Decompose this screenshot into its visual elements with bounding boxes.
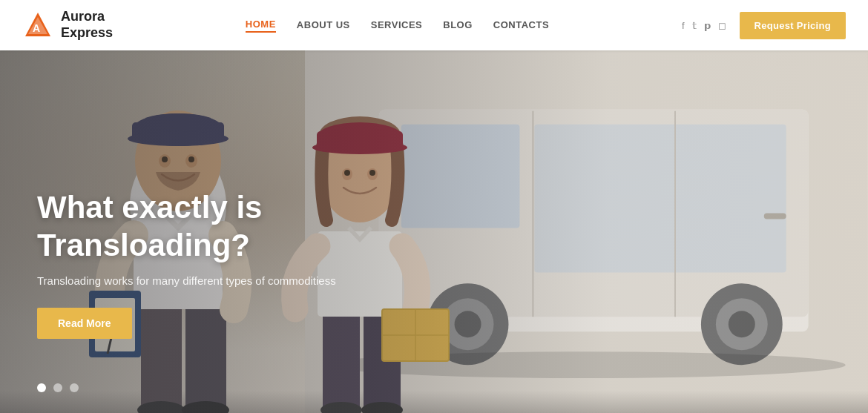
slider-dot-2[interactable] [53, 383, 62, 392]
svg-text:A: A [33, 22, 40, 34]
instagram-icon[interactable]: ◻ [718, 20, 726, 31]
hero-subtitle: Transloading works for many different ty… [37, 274, 482, 287]
header-right: f 𝕥 𝗽 ◻ Request Pricing [682, 12, 846, 39]
slider-dots [37, 383, 79, 392]
logo[interactable]: A Aurora Express [22, 9, 113, 41]
request-pricing-button[interactable]: Request Pricing [740, 12, 846, 39]
slider-dot-1[interactable] [37, 383, 46, 392]
nav-blog[interactable]: BLOG [443, 19, 473, 32]
hero-content: What exactly is Transloading? Transloadi… [37, 189, 482, 339]
facebook-icon[interactable]: f [682, 20, 685, 31]
nav-about[interactable]: ABOUT US [297, 19, 350, 32]
nav-services[interactable]: SERVICES [371, 19, 423, 32]
logo-icon: A [22, 10, 53, 41]
main-nav: HOME ABOUT US SERVICES BLOG CONTACTS [246, 19, 549, 33]
social-icons: f 𝕥 𝗽 ◻ [682, 20, 726, 31]
hero-title: What exactly is Transloading? [37, 189, 482, 264]
slider-dot-3[interactable] [70, 383, 79, 392]
read-more-button[interactable]: Read More [37, 308, 132, 339]
hero-section: What exactly is Transloading? Transloadi… [0, 50, 868, 413]
nav-contacts[interactable]: CONTACTS [493, 19, 549, 32]
twitter-icon[interactable]: 𝕥 [692, 20, 697, 31]
nav-home[interactable]: HOME [246, 19, 276, 33]
pinterest-icon[interactable]: 𝗽 [704, 20, 711, 31]
logo-text: Aurora Express [61, 9, 113, 41]
header: A Aurora Express HOME ABOUT US SERVICES … [0, 0, 868, 50]
